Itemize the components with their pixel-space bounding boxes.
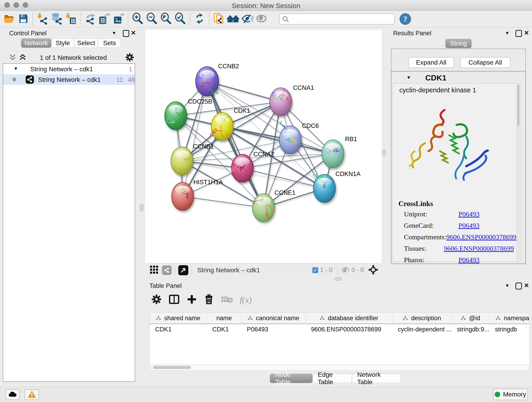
column-header-database-identifier[interactable]: database identifier — [306, 313, 393, 324]
apply-layout-button[interactable] — [192, 12, 207, 26]
search-input[interactable] — [290, 14, 392, 23]
column-header-name[interactable]: name — [207, 313, 241, 324]
gene-collapse-icon[interactable]: ▼ — [406, 75, 411, 80]
tab-node-table[interactable]: Node Table — [270, 374, 312, 383]
save-session-button[interactable] — [16, 12, 30, 26]
tab-style[interactable]: Style — [51, 38, 74, 48]
zoom-in-button[interactable] — [131, 12, 145, 26]
tab-sets[interactable]: Sets — [98, 38, 121, 48]
database-icon — [51, 13, 63, 26]
crosslink-link[interactable]: P06493 — [458, 222, 480, 230]
results-scrollbar-thumb[interactable] — [517, 85, 519, 126]
warning-status-button[interactable] — [25, 389, 39, 400]
network-row-selected[interactable]: String Network – cdk1 11 48 — [3, 74, 135, 85]
control-panel-close-icon[interactable]: × — [131, 30, 136, 35]
import-table-button[interactable] — [64, 12, 78, 26]
collapse-all-button[interactable]: Collapse All — [460, 57, 510, 68]
show-columns-icon[interactable] — [169, 294, 180, 306]
export-table-button[interactable] — [97, 12, 111, 26]
column-header-shared-name[interactable]: shared name — [150, 313, 207, 324]
crosslink-label: Compartments: — [404, 233, 446, 241]
collection-count: 1 — [129, 65, 133, 73]
expand-all-networks-icon[interactable] — [19, 54, 27, 62]
hide-selected-button[interactable] — [240, 12, 254, 26]
bottom-splitter-handle[interactable] — [335, 277, 342, 281]
column-header-canonical-name[interactable]: canonical name — [241, 313, 306, 324]
table-hscrollbar-thumb[interactable] — [153, 366, 191, 369]
network-canvas[interactable]: CCNB2CCNA1CDC25BCDK1CDC6RB1CCNB1CCNA2CDK… — [145, 30, 382, 263]
string-style-icon[interactable] — [162, 265, 172, 275]
results-panel-close-icon[interactable]: × — [524, 30, 529, 35]
toolbar-separator — [209, 13, 209, 26]
first-neighbors-button[interactable] — [226, 12, 240, 26]
import-network-database-button[interactable] — [50, 12, 64, 26]
left-splitter-handle[interactable] — [140, 204, 144, 211]
open-in-new-window-icon[interactable] — [178, 265, 188, 275]
edge-HIST1H1A-CCNE1[interactable] — [183, 196, 264, 208]
string-network-icon — [26, 75, 34, 84]
delete-table-icon[interactable] — [221, 295, 233, 305]
zoom-selected-button[interactable] — [173, 12, 187, 26]
selected-nodes-checkbox[interactable]: ✓ — [312, 267, 318, 273]
table-panel-close-icon[interactable]: × — [524, 283, 529, 288]
expand-all-button[interactable]: Expand All — [408, 57, 454, 68]
birdseye-grid-icon[interactable] — [150, 265, 159, 275]
column-header-description[interactable]: description — [393, 313, 452, 324]
results-panel-float-icon[interactable] — [515, 30, 522, 37]
zoom-fit-button[interactable] — [159, 12, 173, 26]
column-header-namespac[interactable]: namespac — [490, 313, 530, 324]
crosslink-label: Pharos: — [404, 256, 458, 264]
node-CCNB1[interactable]: CCNB1 — [171, 143, 214, 175]
fit-crosshair-icon[interactable] — [368, 264, 379, 276]
table-panel-float-icon[interactable] — [515, 283, 522, 289]
collapse-all-networks-icon[interactable] — [9, 54, 17, 62]
open-session-button[interactable] — [2, 12, 16, 26]
column-header--id[interactable]: @id — [452, 313, 490, 324]
node-RB1[interactable]: RB1 — [322, 136, 357, 168]
tab-network[interactable]: Network — [21, 38, 51, 48]
node-HIST1H1A[interactable]: HIST1H1A — [172, 179, 223, 211]
hidden-eye-icon[interactable] — [341, 266, 350, 274]
right-splitter-handle[interactable] — [382, 149, 386, 156]
copy-network-button[interactable] — [212, 12, 226, 26]
network-options-gear-icon[interactable] — [125, 53, 134, 63]
crosslink-link[interactable]: 9606.ENSP00000378699 — [444, 245, 514, 252]
zoom-out-button[interactable] — [145, 12, 159, 26]
show-all-button[interactable] — [254, 12, 268, 26]
export-network-icon — [84, 13, 96, 26]
results-panel-collapse-icon[interactable]: ▼ — [505, 31, 510, 36]
crosslink-link[interactable]: P06493 — [458, 256, 480, 264]
control-panel-float-icon[interactable] — [123, 30, 129, 37]
tab-network-table[interactable]: Network Table — [352, 374, 401, 383]
help-button[interactable]: ? — [399, 13, 411, 25]
table-row[interactable]: CDK1CDK1P064939606.ENSP00000378699cyclin… — [150, 324, 530, 335]
node-CDKN1A[interactable]: CDKN1A — [313, 171, 360, 202]
node-CCNA1[interactable]: CCNA1 — [270, 84, 314, 116]
network-collection-row[interactable]: ▼ String Network – cdk1 1 — [3, 64, 135, 74]
control-panel-collapse-icon[interactable]: ▼ — [112, 31, 116, 36]
import-network-file-button[interactable] — [35, 12, 50, 26]
tab-select[interactable]: Select — [74, 38, 98, 48]
crosslink-link[interactable]: 9606.ENSP00000378699 — [446, 233, 516, 241]
cloud-status-button[interactable] — [6, 389, 20, 400]
memory-button[interactable]: Memory — [493, 389, 528, 400]
crosslink-row: Compartments:9606.ENSP00000378699 — [404, 233, 514, 241]
refresh-icon — [194, 13, 205, 25]
node-CCNB2[interactable]: CCNB2 — [195, 63, 239, 96]
collection-expand-icon[interactable]: ▼ — [13, 66, 18, 71]
selected-counts: 1 - 0 — [320, 267, 332, 274]
crosslink-link[interactable]: P06493 — [458, 210, 480, 218]
export-image-button[interactable] — [111, 12, 126, 26]
table-panel-collapse-icon[interactable]: ▼ — [505, 283, 510, 288]
edge-CCNB2-CCNE1[interactable] — [207, 81, 264, 208]
node-label-CDC6: CDC6 — [302, 122, 319, 129]
tab-edge-table[interactable]: Edge Table — [312, 374, 352, 383]
table-tabs: Node TableEdge TableNetwork Table — [270, 374, 401, 383]
table-gear-icon[interactable] — [151, 294, 162, 306]
tab-string[interactable]: String — [445, 39, 472, 48]
delete-column-icon[interactable] — [204, 294, 214, 306]
node-CCNE1[interactable]: CCNE1 — [253, 189, 296, 222]
function-builder-button[interactable]: f(x) — [240, 295, 252, 305]
add-column-icon[interactable] — [186, 294, 197, 306]
export-network-button[interactable] — [83, 12, 97, 26]
